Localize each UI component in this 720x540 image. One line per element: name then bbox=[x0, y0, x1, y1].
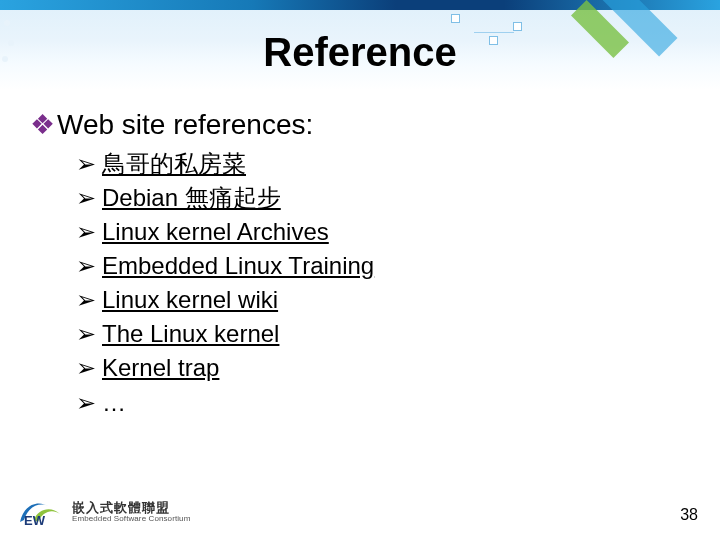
reference-link[interactable]: Debian 無痛起步 bbox=[102, 184, 281, 211]
list-item-text: … bbox=[102, 389, 126, 416]
page-number: 38 bbox=[680, 506, 698, 524]
reference-link[interactable]: The Linux kernel bbox=[102, 320, 279, 347]
slide-body: ❖Web site references: ➢鳥哥的私房菜 ➢Debian 無痛… bbox=[30, 108, 690, 420]
arrow-icon: ➢ bbox=[76, 184, 96, 211]
list-item: ➢Embedded Linux Training bbox=[76, 249, 690, 283]
arrow-icon: ➢ bbox=[76, 354, 96, 381]
logo-text-zh: 嵌入式軟體聯盟 bbox=[72, 501, 190, 515]
reference-link[interactable]: 鳥哥的私房菜 bbox=[102, 150, 246, 177]
logo-mark-icon: EW bbox=[18, 496, 64, 528]
footer-logo: EW 嵌入式軟體聯盟 Embedded Software Consortium bbox=[18, 496, 190, 528]
list-item: ➢Debian 無痛起步 bbox=[76, 181, 690, 215]
list-item: ➢The Linux kernel bbox=[76, 317, 690, 351]
reference-link[interactable]: Linux kernel Archives bbox=[102, 218, 329, 245]
list-item: ➢Kernel trap bbox=[76, 351, 690, 385]
arrow-icon: ➢ bbox=[76, 286, 96, 313]
reference-link[interactable]: Embedded Linux Training bbox=[102, 252, 374, 279]
arrow-icon: ➢ bbox=[76, 389, 96, 416]
logo-text: 嵌入式軟體聯盟 Embedded Software Consortium bbox=[72, 501, 190, 523]
diamond-bullet-icon: ❖ bbox=[30, 109, 55, 140]
arrow-icon: ➢ bbox=[76, 252, 96, 279]
logo-text-en: Embedded Software Consortium bbox=[72, 515, 190, 523]
slide-title: Reference bbox=[0, 30, 720, 75]
reference-link[interactable]: Kernel trap bbox=[102, 354, 219, 381]
reference-link[interactable]: Linux kernel wiki bbox=[102, 286, 278, 313]
arrow-icon: ➢ bbox=[76, 320, 96, 347]
decor-dot bbox=[4, 20, 10, 26]
reference-list: ➢鳥哥的私房菜 ➢Debian 無痛起步 ➢Linux kernel Archi… bbox=[76, 147, 690, 420]
list-item: ➢鳥哥的私房菜 bbox=[76, 147, 690, 181]
section-heading-text: Web site references: bbox=[57, 109, 313, 140]
svg-text:EW: EW bbox=[24, 513, 46, 528]
arrow-icon: ➢ bbox=[76, 218, 96, 245]
section-heading: ❖Web site references: bbox=[30, 108, 690, 141]
list-item: ➢Linux kernel wiki bbox=[76, 283, 690, 317]
arrow-icon: ➢ bbox=[76, 150, 96, 177]
decor-square bbox=[451, 14, 460, 23]
list-item: ➢Linux kernel Archives bbox=[76, 215, 690, 249]
list-item: ➢… bbox=[76, 386, 690, 420]
